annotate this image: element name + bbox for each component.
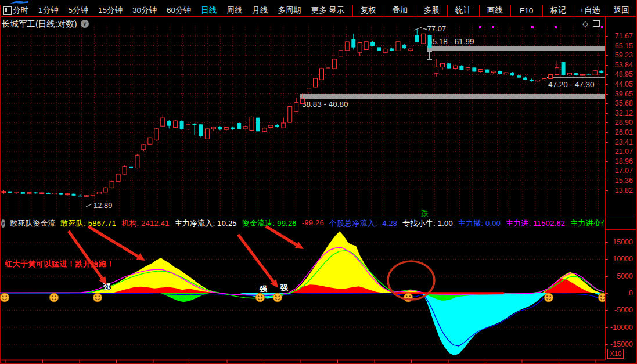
toolbar: 分时1分钟5分钟15分钟30分钟60分钟日线周线月线多周期更多 > 显示复权叠加… bbox=[0, 0, 637, 17]
indicator-field: 机构: 2412.41 bbox=[121, 218, 169, 229]
value-axis-label: 15000 bbox=[613, 238, 633, 246]
smiley-emoji bbox=[1, 293, 9, 302]
indicator-values: 敢死队: 5867.71机构: 2412.41主力净流入: 10.25资金流速:… bbox=[61, 218, 604, 229]
period-tab-60分钟[interactable]: 60分钟 bbox=[167, 5, 191, 16]
smiley-emoji bbox=[50, 293, 59, 302]
chevron-down-icon[interactable]: ∨ bbox=[81, 20, 89, 28]
toolbar-button-显示[interactable]: 显示 bbox=[321, 5, 352, 16]
chart-corner-icons: ◇ bbox=[582, 19, 600, 28]
indicator-field: 资金流速: 99.26 bbox=[242, 218, 297, 229]
peak-price-label: ~77.07 bbox=[423, 24, 446, 33]
broker-logo-icon bbox=[9, 0, 29, 5]
toolbar-button-+自选[interactable]: +自选 bbox=[574, 5, 606, 16]
period-tab-分时[interactable]: 分时 bbox=[13, 5, 28, 16]
indicator-name[interactable]: 敢死队资金流 bbox=[10, 218, 56, 229]
indicator-header: ∨ 敢死队资金流 敢死队: 5867.71机构: 2412.41主力净流入: 1… bbox=[1, 218, 604, 229]
indicator-field: 主力进: 11502.62 bbox=[506, 218, 565, 229]
strong-mark: 强 bbox=[103, 282, 111, 292]
value-axis-label: -5000 bbox=[614, 306, 633, 314]
price-zone-label: 47.20 - 47.30 bbox=[548, 80, 595, 89]
period-tab-多周期[interactable]: 多周期 bbox=[278, 5, 301, 16]
period-tab-1分钟[interactable]: 1分钟 bbox=[38, 5, 59, 16]
price-zone-label: 65.18 - 61.99 bbox=[428, 37, 474, 46]
value-axis-tick bbox=[605, 327, 608, 328]
panel-divider bbox=[0, 217, 637, 217]
diamond-icon[interactable]: ◇ bbox=[582, 19, 588, 28]
strong-mark: 强 bbox=[280, 283, 288, 293]
indicator-field: 敢死队: 5867.71 bbox=[61, 218, 117, 229]
indicator-field: 主力净流入: 10.25 bbox=[175, 218, 237, 229]
chart-titlebar: 长城军工(日线:对数) ∨ bbox=[2, 19, 89, 29]
value-axis-tick bbox=[605, 293, 608, 294]
value-axis-tick bbox=[605, 242, 608, 243]
value-axis-tick bbox=[605, 259, 608, 260]
value-axis-label: -10000 bbox=[610, 323, 633, 331]
smiley-emoji bbox=[404, 293, 413, 302]
fund-flow-chart[interactable] bbox=[0, 230, 605, 364]
period-tab-月线[interactable]: 月线 bbox=[252, 5, 268, 16]
low-price-label: 12.89 bbox=[93, 201, 113, 210]
toolbar-button-多股[interactable]: 多股 bbox=[416, 5, 448, 16]
indicator-field: 主力撤: 0.00 bbox=[458, 218, 501, 229]
value-axis-label: -15000 bbox=[610, 340, 633, 348]
value-axis-label: 10000 bbox=[613, 255, 633, 263]
period-tab-周线[interactable]: 周线 bbox=[226, 5, 242, 16]
period-tabs: 分时1分钟5分钟15分钟30分钟60分钟日线周线月线多周期更多 > bbox=[13, 5, 333, 16]
toolbar-button-画线[interactable]: 画线 bbox=[479, 5, 511, 16]
strong-mark: 强 bbox=[260, 284, 267, 294]
toolbar-button-标记[interactable]: 标记 bbox=[542, 5, 574, 16]
trading-app-window: 分时1分钟5分钟15分钟30分钟60分钟日线周线月线多周期更多 > 显示复权叠加… bbox=[0, 0, 637, 364]
period-tab-30分钟[interactable]: 30分钟 bbox=[132, 5, 157, 16]
toolbar-button-复权[interactable]: 复权 bbox=[352, 5, 384, 16]
user-note-text: 红大于黄可以猛进！跌开始跑！ bbox=[5, 259, 114, 269]
period-tab-5分钟[interactable]: 5分钟 bbox=[69, 5, 89, 16]
smiley-emoji bbox=[545, 293, 553, 302]
value-axis-label: 0 bbox=[629, 289, 633, 297]
chevron-down-icon[interactable]: ∨ bbox=[1, 219, 5, 228]
period-tab-日线[interactable]: 日线 bbox=[201, 5, 217, 16]
smiley-emoji bbox=[93, 293, 102, 302]
value-axis-tick bbox=[605, 310, 608, 311]
indicator-value-axis: 150001000050000-5000-10000-15000 bbox=[605, 0, 636, 364]
toolbar-button-叠加[interactable]: 叠加 bbox=[384, 5, 416, 16]
indicator-field: -99.26 bbox=[302, 218, 324, 229]
chart-title: 长城军工(日线:对数) bbox=[2, 19, 77, 30]
price-zone-label: 38.83 - 40.80 bbox=[302, 100, 348, 109]
multiplier-badge: X10 bbox=[607, 349, 624, 359]
value-axis-tick bbox=[605, 276, 608, 277]
indicator-field: 主力进变色: - bbox=[570, 218, 604, 229]
indicator-field: 个股总净流入: -4.28 bbox=[329, 218, 397, 229]
restore-window-icon[interactable] bbox=[593, 20, 600, 27]
value-axis-label: 5000 bbox=[617, 272, 633, 280]
toolbar-button-统计[interactable]: 统计 bbox=[447, 5, 479, 16]
indicator-field: 专找小牛: 1.00 bbox=[402, 218, 453, 229]
toolbar-button-F10[interactable]: F10 bbox=[510, 5, 542, 16]
fall-label: 跌 bbox=[421, 209, 429, 217]
candlestick-chart[interactable]: 65.18 - 61.9947.20 - 47.3038.83 - 40.80~… bbox=[0, 16, 605, 217]
period-tab-15分钟[interactable]: 15分钟 bbox=[98, 5, 123, 16]
value-axis-tick bbox=[605, 344, 608, 345]
toolbar-buttons: 显示复权叠加多股统计画线F10标记+自选返回 bbox=[321, 5, 637, 16]
smiley-emoji bbox=[599, 293, 606, 302]
smiley-emoji bbox=[273, 293, 282, 302]
window-icon[interactable] bbox=[3, 6, 12, 15]
smiley-emoji bbox=[256, 293, 265, 302]
